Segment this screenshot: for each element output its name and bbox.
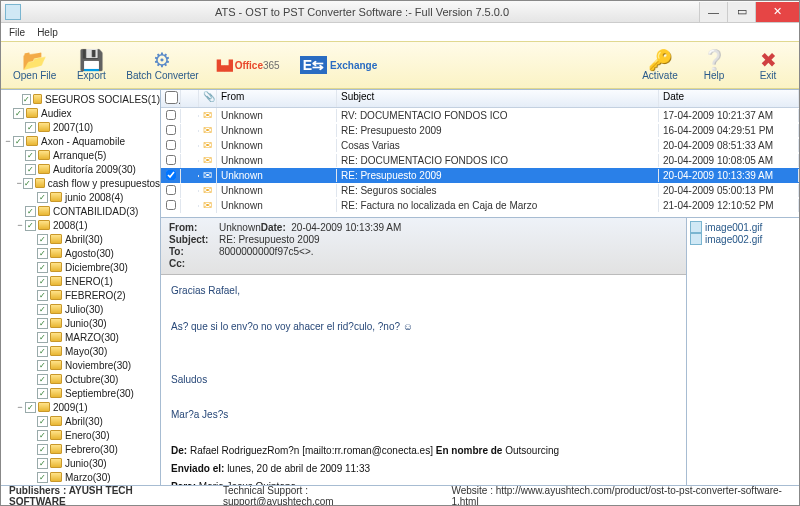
support-email[interactable]: support@ayushtech.com [223,496,334,507]
tree-node[interactable]: ✓Septiembre(30) [3,386,160,400]
help-button[interactable]: ❔Help [689,50,739,81]
batch-converter-button[interactable]: ⚙Batch Converter [120,50,204,81]
tree-node[interactable]: ✓2007(10) [3,120,160,134]
msg-from: Unknown [219,222,261,233]
menubar: File Help [1,23,799,41]
tree-node[interactable]: ✓Abril(30) [3,414,160,428]
row-checkbox[interactable] [166,170,176,180]
tree-node[interactable]: ✓Febrero(30) [3,442,160,456]
image-icon [690,221,702,233]
tree-node[interactable]: ✓Junio(30) [3,316,160,330]
envelope-icon: ✉ [203,199,212,211]
row-checkbox[interactable] [166,140,176,150]
msg-date: 20-04-2009 10:13:39 AM [291,222,401,233]
message-body: Gracias Rafael, As? que si lo env?o no v… [161,275,686,485]
tree-node[interactable]: ✓Audiex [3,106,160,120]
select-all-checkbox[interactable] [165,91,178,104]
statusbar: Publishers : AYUSH TECH SOFTWARE Technic… [1,485,799,505]
envelope-icon: ✉ [203,124,212,136]
attachment-icon: 📎 [199,90,217,107]
message-preview: From:Unknown Date: 20-04-2009 10:13:39 A… [161,218,687,485]
tree-node[interactable]: −✓2008(1) [3,218,160,232]
tree-node[interactable]: −✓cash flow y presupuestos [3,176,160,190]
tree-node[interactable]: ✓Marzo(30) [3,470,160,484]
save-icon: 💾 [79,50,104,70]
tree-node[interactable]: ✓MARZO(30) [3,330,160,344]
row-checkbox[interactable] [166,125,176,135]
col-subject[interactable]: Subject [337,90,659,107]
tree-node[interactable]: ✓SEGUROS SOCIALES(1) [3,92,160,106]
mail-row[interactable]: ✉UnknownRE: Factura no localizada en Caj… [161,198,799,213]
col-date[interactable]: Date [659,90,799,107]
key-icon: 🔑 [648,50,673,70]
tree-node[interactable]: ✓Abril(30) [3,232,160,246]
tree-node[interactable]: ✓Diciembre(30) [3,260,160,274]
window-title: ATS - OST to PST Converter Software :- F… [25,6,699,18]
tree-node[interactable]: −✓Axon - Aquamobile [3,134,160,148]
envelope-icon: ✉ [203,184,212,196]
message-header: From:Unknown Date: 20-04-2009 10:13:39 A… [161,218,686,275]
folder-open-icon: 📂 [22,50,47,70]
col-from[interactable]: From [217,90,337,107]
row-checkbox[interactable] [166,155,176,165]
activate-button[interactable]: 🔑Activate [635,50,685,81]
tree-node[interactable]: −✓2009(1) [3,400,160,414]
folder-tree[interactable]: ✓SEGUROS SOCIALES(1)✓Audiex✓2007(10)−✓Ax… [1,90,161,485]
website-link[interactable]: http://www.ayushtech.com/product/ost-to-… [451,485,782,507]
tree-node[interactable]: ✓Octubre(30) [3,372,160,386]
attachment-panel: image001.gifimage002.gif [687,218,799,485]
exchange-button[interactable]: E⇆Exchange [300,56,378,74]
export-button[interactable]: 💾Export [66,50,116,81]
tree-node[interactable]: ✓Noviembre(30) [3,358,160,372]
tree-node[interactable]: ✓FEBRERO(2) [3,288,160,302]
envelope-icon: ✉ [203,109,212,121]
help-icon: ❔ [702,50,727,70]
image-icon [690,233,702,245]
exit-icon: ✖ [760,50,777,70]
tree-node[interactable]: ✓Auditoría 2009(30) [3,162,160,176]
titlebar: ATS - OST to PST Converter Software :- F… [1,1,799,23]
close-button[interactable]: ✕ [755,2,799,22]
envelope-icon: ✉ [203,154,212,166]
envelope-icon: ✉ [203,169,212,181]
tree-node[interactable]: ✓Enero(30) [3,428,160,442]
minimize-button[interactable]: — [699,2,727,22]
app-icon [5,4,21,20]
row-checkbox[interactable] [166,200,176,210]
open-file-button[interactable]: 📂Open File [7,50,62,81]
tree-node[interactable]: ✓Junio(30) [3,456,160,470]
mail-row[interactable]: ✉UnknownRV: DOCUMENTACIO FONDOS ICO17-04… [161,108,799,123]
envelope-icon: ✉ [203,139,212,151]
exit-button[interactable]: ✖Exit [743,50,793,81]
attachment-item[interactable]: image002.gif [690,233,796,245]
office365-button[interactable]: ▙▟Office 365 [217,60,280,71]
tree-node[interactable]: ✓Arranque(5) [3,148,160,162]
attachment-item[interactable]: image001.gif [690,221,796,233]
row-checkbox[interactable] [166,185,176,195]
mail-row[interactable]: ✉UnknownRE: Presupuesto 200920-04-2009 1… [161,168,799,183]
tree-node[interactable]: ✓Agosto(30) [3,246,160,260]
mail-row[interactable]: ✉UnknownRE: Presupuesto 200916-04-2009 0… [161,123,799,138]
menu-file[interactable]: File [9,27,25,38]
mail-row[interactable]: ✉UnknownCosas Varias20-04-2009 08:51:33 … [161,138,799,153]
maximize-button[interactable]: ▭ [727,2,755,22]
row-checkbox[interactable] [166,110,176,120]
tree-node[interactable]: ✓CONTABILIDAD(3) [3,204,160,218]
toolbar: 📂Open File 💾Export ⚙Batch Converter ▙▟Of… [1,41,799,89]
msg-to: 8000000000f97c5<>. [219,246,314,257]
tree-node[interactable]: ✓Julio(30) [3,302,160,316]
tree-node[interactable]: ✓Mayo(30) [3,344,160,358]
tree-node[interactable]: ✓ENERO(1) [3,274,160,288]
mail-row[interactable]: ✉UnknownRE: DOCUMENTACIO FONDOS ICO20-04… [161,153,799,168]
msg-subject: RE: Presupuesto 2009 [219,234,320,245]
menu-help[interactable]: Help [37,27,58,38]
gear-icon: ⚙ [153,50,171,70]
mail-row[interactable]: ✉UnknownRE: Seguros sociales20-04-2009 0… [161,183,799,198]
list-header: 📎 From Subject Date [161,90,799,108]
tree-node[interactable]: ✓junio 2008(4) [3,190,160,204]
mail-list[interactable]: 📎 From Subject Date ✉UnknownRV: DOCUMENT… [161,90,799,218]
